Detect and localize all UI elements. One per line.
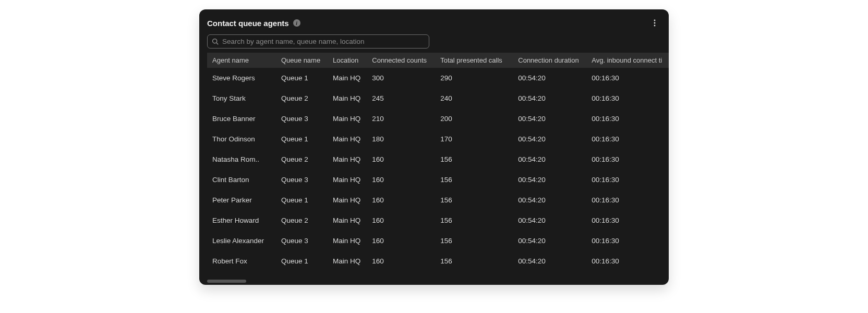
cell-dur: 00:54:20: [513, 68, 586, 88]
cell-loc: Main HQ: [328, 68, 367, 88]
cell-loc: Main HQ: [328, 210, 367, 231]
search-icon: [212, 38, 219, 45]
cell-dur: 00:54:20: [513, 88, 586, 109]
cell-loc: Main HQ: [328, 149, 367, 170]
cell-avg: 00:16:30: [586, 68, 669, 88]
svg-point-3: [213, 39, 217, 43]
col-header-agent[interactable]: Agent name: [207, 53, 276, 68]
panel-header: Contact queue agents i: [199, 9, 669, 34]
cell-total: 200: [435, 109, 513, 129]
cell-conn: 160: [367, 170, 435, 190]
cell-agent: Esther Howard: [207, 210, 276, 231]
cell-dur: 00:54:20: [513, 109, 586, 129]
cell-agent: Clint Barton: [207, 170, 276, 190]
svg-point-1: [654, 22, 656, 24]
cell-agent: Leslie Alexander: [207, 231, 276, 251]
svg-line-4: [216, 43, 218, 44]
cell-total: 156: [435, 149, 513, 170]
cell-conn: 160: [367, 251, 435, 271]
table-row[interactable]: Leslie AlexanderQueue 3Main HQ16015600:5…: [207, 231, 669, 251]
cell-queue: Queue 3: [276, 109, 328, 129]
cell-dur: 00:54:20: [513, 210, 586, 231]
more-vertical-icon: [650, 19, 659, 27]
table-row[interactable]: Steve RogersQueue 1Main HQ30029000:54:20…: [207, 68, 669, 88]
cell-conn: 160: [367, 210, 435, 231]
cell-dur: 00:54:20: [513, 129, 586, 149]
cell-avg: 00:16:30: [586, 88, 669, 109]
cell-total: 240: [435, 88, 513, 109]
col-header-queue[interactable]: Queue name: [276, 53, 328, 68]
cell-conn: 300: [367, 68, 435, 88]
cell-total: 156: [435, 170, 513, 190]
cell-total: 156: [435, 210, 513, 231]
agents-table: Agent name Queue name Location Connected…: [207, 53, 669, 271]
cell-loc: Main HQ: [328, 251, 367, 271]
search-container: [199, 34, 669, 53]
cell-conn: 160: [367, 190, 435, 210]
table-header-row: Agent name Queue name Location Connected…: [207, 53, 669, 68]
cell-avg: 00:16:30: [586, 231, 669, 251]
cell-dur: 00:54:20: [513, 190, 586, 210]
table-row[interactable]: Peter ParkerQueue 1Main HQ16015600:54:20…: [207, 190, 669, 210]
cell-dur: 00:54:20: [513, 231, 586, 251]
search-input[interactable]: [222, 38, 425, 45]
cell-queue: Queue 3: [276, 170, 328, 190]
table-row[interactable]: Bruce BannerQueue 3Main HQ21020000:54:20…: [207, 109, 669, 129]
cell-conn: 160: [367, 231, 435, 251]
cell-loc: Main HQ: [328, 190, 367, 210]
col-header-avg[interactable]: Avg. inbound connect ti: [586, 53, 669, 68]
table-row[interactable]: Natasha Rom..Queue 2Main HQ16015600:54:2…: [207, 149, 669, 170]
cell-loc: Main HQ: [328, 129, 367, 149]
cell-conn: 245: [367, 88, 435, 109]
cell-dur: 00:54:20: [513, 149, 586, 170]
cell-avg: 00:16:30: [586, 251, 669, 271]
cell-agent: Robert Fox: [207, 251, 276, 271]
cell-queue: Queue 3: [276, 231, 328, 251]
table-row[interactable]: Thor OdinsonQueue 1Main HQ18017000:54:20…: [207, 129, 669, 149]
table-row[interactable]: Clint BartonQueue 3Main HQ16015600:54:20…: [207, 170, 669, 190]
info-icon[interactable]: i: [293, 19, 300, 27]
cell-total: 156: [435, 251, 513, 271]
cell-queue: Queue 1: [276, 129, 328, 149]
cell-total: 156: [435, 190, 513, 210]
cell-agent: Thor Odinson: [207, 129, 276, 149]
cell-loc: Main HQ: [328, 109, 367, 129]
cell-agent: Bruce Banner: [207, 109, 276, 129]
cell-dur: 00:54:20: [513, 170, 586, 190]
svg-point-0: [654, 20, 656, 21]
table-row[interactable]: Robert FoxQueue 1Main HQ16015600:54:2000…: [207, 251, 669, 271]
horizontal-scrollbar-thumb[interactable]: [207, 280, 246, 283]
col-header-duration[interactable]: Connection duration: [513, 53, 586, 68]
cell-loc: Main HQ: [328, 88, 367, 109]
table-row[interactable]: Esther HowardQueue 2Main HQ16015600:54:2…: [207, 210, 669, 231]
cell-avg: 00:16:30: [586, 149, 669, 170]
cell-total: 156: [435, 231, 513, 251]
cell-avg: 00:16:30: [586, 190, 669, 210]
cell-queue: Queue 1: [276, 251, 328, 271]
search-box[interactable]: [207, 34, 429, 49]
cell-agent: Steve Rogers: [207, 68, 276, 88]
cell-queue: Queue 1: [276, 68, 328, 88]
table-scroll-region[interactable]: Agent name Queue name Location Connected…: [199, 53, 669, 277]
contact-queue-agents-panel: Contact queue agents i Agent name Qu: [199, 9, 669, 285]
cell-queue: Queue 2: [276, 88, 328, 109]
cell-avg: 00:16:30: [586, 129, 669, 149]
cell-queue: Queue 1: [276, 190, 328, 210]
col-header-location[interactable]: Location: [328, 53, 367, 68]
cell-conn: 210: [367, 109, 435, 129]
col-header-total[interactable]: Total presented calls: [435, 53, 513, 68]
cell-queue: Queue 2: [276, 210, 328, 231]
horizontal-scrollbar[interactable]: [207, 280, 661, 283]
cell-queue: Queue 2: [276, 149, 328, 170]
cell-dur: 00:54:20: [513, 251, 586, 271]
col-header-connected[interactable]: Connected counts: [367, 53, 435, 68]
cell-loc: Main HQ: [328, 170, 367, 190]
more-options-button[interactable]: [648, 17, 661, 29]
cell-agent: Peter Parker: [207, 190, 276, 210]
table-row[interactable]: Tony StarkQueue 2Main HQ24524000:54:2000…: [207, 88, 669, 109]
cell-avg: 00:16:30: [586, 109, 669, 129]
cell-avg: 00:16:30: [586, 170, 669, 190]
svg-point-2: [654, 25, 656, 27]
cell-agent: Natasha Rom..: [207, 149, 276, 170]
cell-conn: 180: [367, 129, 435, 149]
